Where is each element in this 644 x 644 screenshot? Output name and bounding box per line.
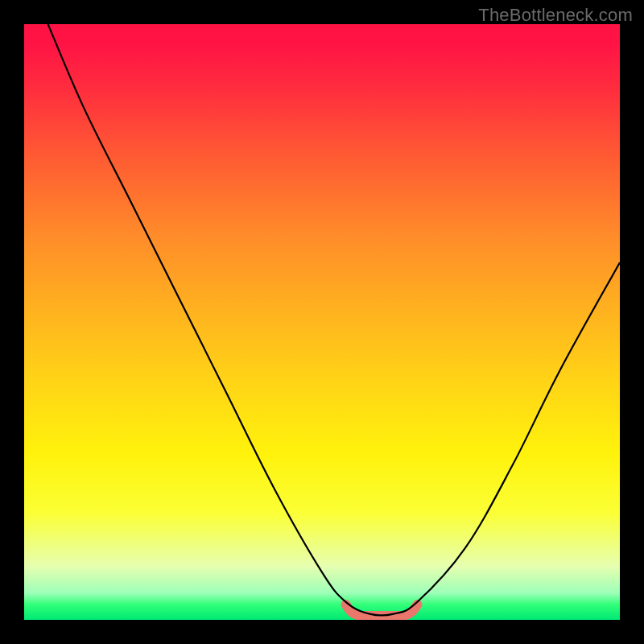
chart-frame: TheBottleneck.com xyxy=(0,0,644,644)
curve-layer xyxy=(24,24,620,620)
bottleneck-curve xyxy=(48,24,620,616)
plot-area xyxy=(24,24,620,620)
watermark-text: TheBottleneck.com xyxy=(478,5,633,26)
